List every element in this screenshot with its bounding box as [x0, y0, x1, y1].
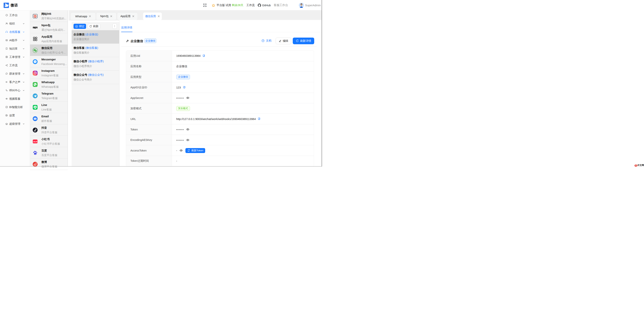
svg-text:小红书: 小红书 — [33, 141, 37, 143]
svg-text:du: du — [34, 153, 36, 155]
